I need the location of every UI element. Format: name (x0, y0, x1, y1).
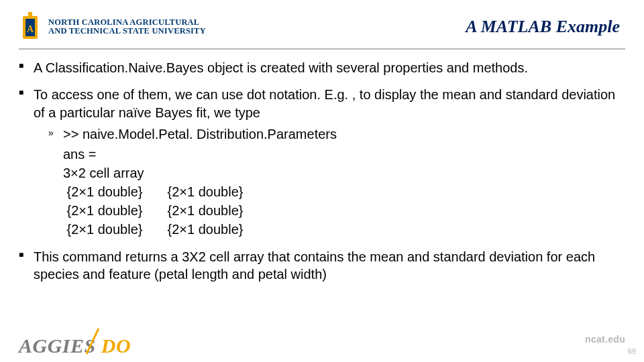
footer-url: ncat.edu (585, 334, 625, 345)
svg-line-4 (87, 328, 99, 354)
page-number: 69 (628, 347, 636, 355)
university-logo-icon: A (19, 12, 42, 42)
slide-header: A NORTH CAROLINA AGRICULTURAL AND TECHNI… (19, 12, 625, 50)
university-line2: AND TECHNICAL STATE UNIVERSITY (48, 27, 206, 36)
cell-value: {2×1 double} (67, 201, 168, 220)
do-text: DO (101, 335, 131, 357)
code-command: >> naive.Model.Petal. Distribution.Param… (34, 125, 625, 143)
sub-bullet-list: >> naive.Model.Petal. Distribution.Param… (34, 125, 625, 143)
svg-rect-2 (28, 12, 32, 19)
cell-value: {2×1 double} (168, 201, 268, 220)
cell-value: {2×1 double} (67, 220, 168, 239)
code-output: ans = 3×2 cell array {2×1 double}{2×1 do… (34, 145, 625, 239)
output-line: ans = (63, 145, 625, 164)
bullet-item: This command returns a 3X2 cell array th… (19, 248, 625, 284)
aggies-do-logo: AGGIES DO (19, 322, 131, 357)
cell-value: {2×1 double} (168, 182, 268, 201)
svg-text:A: A (27, 24, 34, 34)
cell-value: {2×1 double} (168, 220, 268, 239)
cell-value: {2×1 double} (67, 182, 168, 201)
output-line: {2×1 double}{2×1 double} (63, 201, 625, 220)
slide: A NORTH CAROLINA AGRICULTURAL AND TECHNI… (0, 0, 644, 362)
output-line: {2×1 double}{2×1 double} (63, 182, 625, 201)
slide-title: A MATLAB Example (466, 17, 625, 37)
bullet-item: To access one of them, we can use dot no… (19, 86, 625, 238)
bullet-item: A Classification.Naive.Bayes object is c… (19, 59, 625, 76)
slide-body: A Classification.Naive.Bayes object is c… (19, 50, 625, 283)
university-logo-block: A NORTH CAROLINA AGRICULTURAL AND TECHNI… (19, 12, 206, 42)
bullet-list: A Classification.Naive.Bayes object is c… (19, 59, 625, 283)
slash-icon (81, 326, 104, 357)
slide-footer: AGGIES DO ncat.edu (0, 323, 644, 355)
university-name: NORTH CAROLINA AGRICULTURAL AND TECHNICA… (48, 18, 206, 36)
output-line: {2×1 double}{2×1 double} (63, 220, 625, 239)
output-line: 3×2 cell array (63, 164, 625, 182)
bullet-text: To access one of them, we can use dot no… (34, 87, 615, 119)
